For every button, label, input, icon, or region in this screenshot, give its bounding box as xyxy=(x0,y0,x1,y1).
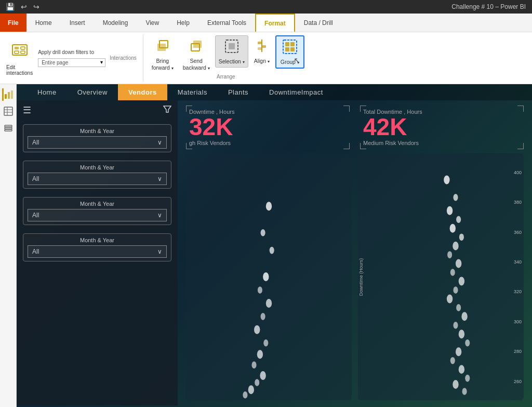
svg-rect-27 xyxy=(5,125,12,127)
slicer-4: Month & Year All ∨ xyxy=(23,233,171,261)
svg-point-35 xyxy=(258,286,262,294)
group-button[interactable]: Group ▾ ↖ xyxy=(275,35,304,69)
apply-drill-label: Apply drill down filters to xyxy=(38,49,105,55)
svg-point-69 xyxy=(462,388,467,395)
svg-rect-22 xyxy=(11,90,13,99)
canvas-tab-plants[interactable]: Plants xyxy=(218,84,259,100)
stat-1-sublabel: gh Risk Vendors xyxy=(189,140,347,146)
canvas-tab-vendors[interactable]: Vendors xyxy=(118,84,167,100)
svg-point-34 xyxy=(263,272,269,281)
slicer-2: Month & Year All ∨ xyxy=(23,161,171,189)
interactions-right: Apply drill down filters to Entire page xyxy=(38,49,105,67)
entire-page-dropdown[interactable]: Entire page xyxy=(38,58,105,67)
bring-forward-button[interactable]: Bringforward ▾ xyxy=(148,35,178,73)
entire-page-dropdown-wrapper[interactable]: Entire page xyxy=(38,57,105,67)
selection-icon xyxy=(223,38,240,57)
svg-rect-15 xyxy=(283,40,297,54)
ribbon: Editinteractions Apply drill down filter… xyxy=(0,32,532,84)
edit-interactions-label: Editinteractions xyxy=(6,64,33,76)
redo-icon[interactable]: ↪ xyxy=(32,2,41,12)
svg-rect-12 xyxy=(258,42,262,44)
slicer-4-label: Month & Year xyxy=(28,237,167,243)
align-label: Align ▾ xyxy=(254,58,270,64)
send-backward-icon xyxy=(188,37,205,57)
tab-file[interactable]: File xyxy=(0,14,26,32)
svg-point-41 xyxy=(251,362,256,369)
edit-interactions-icon xyxy=(10,41,29,63)
slicer-2-select[interactable]: All ∨ xyxy=(28,173,167,185)
tab-external-tools[interactable]: External Tools xyxy=(198,14,255,32)
svg-point-51 xyxy=(459,234,464,241)
svg-point-54 xyxy=(456,259,461,268)
svg-point-46 xyxy=(444,176,449,185)
svg-point-62 xyxy=(459,330,464,338)
hamburger-icon[interactable]: ☰ xyxy=(23,104,31,116)
sidebar-icon-layers[interactable] xyxy=(2,122,15,134)
selection-label: Selection ▾ xyxy=(219,58,245,65)
tab-insert[interactable]: Insert xyxy=(61,14,94,32)
svg-rect-20 xyxy=(5,94,7,99)
slicer-1-select[interactable]: All ∨ xyxy=(28,136,167,149)
svg-rect-17 xyxy=(290,42,295,46)
svg-point-45 xyxy=(243,391,247,399)
svg-rect-13 xyxy=(262,45,266,48)
svg-point-58 xyxy=(447,295,453,304)
filter-icon[interactable] xyxy=(163,105,171,115)
arrange-group-label: Arrange xyxy=(148,73,304,81)
svg-marker-30 xyxy=(164,106,171,112)
svg-rect-18 xyxy=(285,47,289,51)
svg-point-42 xyxy=(260,371,265,380)
tab-home[interactable]: Home xyxy=(26,14,61,32)
send-backward-button[interactable]: Sendbackward ▾ xyxy=(179,35,214,73)
right-content: Downtime , Hours 32K gh Risk Vendors Tot… xyxy=(178,100,532,405)
edit-interactions-button[interactable]: Editinteractions xyxy=(6,41,33,76)
scatter-chart-left xyxy=(186,153,352,400)
align-button[interactable]: Align ▾ xyxy=(249,35,274,67)
selection-button[interactable]: Selection ▾ xyxy=(215,35,248,68)
arrange-group: Bringforward ▾ Sendbackward ▾ xyxy=(143,34,309,82)
svg-point-39 xyxy=(263,339,268,347)
svg-rect-21 xyxy=(8,92,10,99)
svg-point-36 xyxy=(266,299,272,308)
sidebar-icon-bar-chart[interactable] xyxy=(2,88,15,101)
svg-point-49 xyxy=(456,216,461,224)
canvas-tab-home[interactable]: Home xyxy=(27,84,67,100)
canvas-tab-materials[interactable]: Materials xyxy=(167,84,218,100)
svg-rect-29 xyxy=(5,129,12,131)
align-icon xyxy=(254,37,270,57)
send-backward-label: Sendbackward ▾ xyxy=(183,58,210,71)
stats-row: Downtime , Hours 32K gh Risk Vendors Tot… xyxy=(186,106,524,149)
canvas-tab-downtime[interactable]: DowntimeImpact xyxy=(259,84,334,100)
svg-point-44 xyxy=(248,385,254,394)
tab-format[interactable]: Format xyxy=(255,14,295,32)
tab-data-drill[interactable]: Data / Drill xyxy=(295,14,342,32)
save-icon[interactable]: 💾 xyxy=(4,2,16,12)
slicer-4-select[interactable]: All ∨ xyxy=(28,245,167,258)
sidebar-icon-table[interactable] xyxy=(2,105,15,117)
scatter-chart-right xyxy=(358,153,524,400)
slicer-3-select[interactable]: All ∨ xyxy=(28,209,167,221)
svg-point-65 xyxy=(450,357,455,364)
tab-view[interactable]: View xyxy=(137,14,168,32)
svg-rect-4 xyxy=(21,51,25,54)
slicer-2-label: Month & Year xyxy=(28,164,167,170)
canvas-tab-overview[interactable]: Overview xyxy=(67,84,118,100)
svg-point-50 xyxy=(450,224,456,233)
svg-point-32 xyxy=(261,229,265,237)
svg-rect-10 xyxy=(229,43,235,49)
svg-rect-3 xyxy=(15,51,19,54)
tab-help[interactable]: Help xyxy=(168,14,198,32)
stat-2-value: 42K xyxy=(363,115,521,139)
svg-rect-1 xyxy=(15,47,19,49)
svg-point-38 xyxy=(254,325,260,334)
svg-point-37 xyxy=(261,313,265,320)
tab-modeling[interactable]: Modeling xyxy=(94,14,137,32)
svg-point-52 xyxy=(453,242,458,251)
svg-point-59 xyxy=(456,304,461,311)
svg-point-53 xyxy=(447,251,452,258)
main-content: Home Overview Vendors Materials Plants D… xyxy=(0,84,532,407)
undo-icon[interactable]: ↩ xyxy=(19,2,29,12)
svg-point-66 xyxy=(459,365,464,374)
left-panel-header: ☰ xyxy=(17,100,178,120)
chart-right: 400 380 360 340 320 300 280 260 Downtime… xyxy=(358,153,524,400)
